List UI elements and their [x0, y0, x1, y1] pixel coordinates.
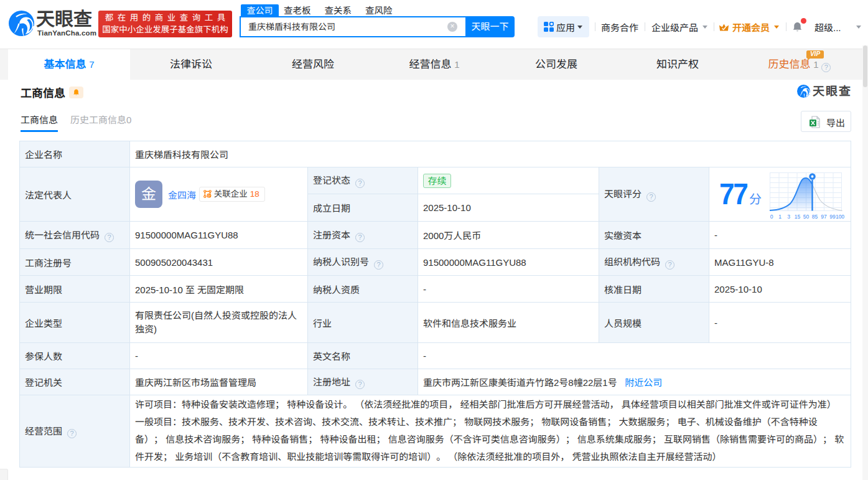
svg-text:97: 97: [821, 214, 827, 220]
svg-text:企: 企: [207, 192, 212, 198]
svg-text:85: 85: [812, 214, 818, 220]
svg-text:99: 99: [829, 214, 836, 220]
svg-text:50: 50: [803, 214, 810, 220]
svg-text:3: 3: [787, 214, 790, 220]
svg-text:1: 1: [778, 214, 782, 220]
svg-text:15: 15: [795, 214, 801, 220]
svg-text:0: 0: [770, 214, 773, 220]
svg-text:100: 100: [836, 214, 844, 220]
